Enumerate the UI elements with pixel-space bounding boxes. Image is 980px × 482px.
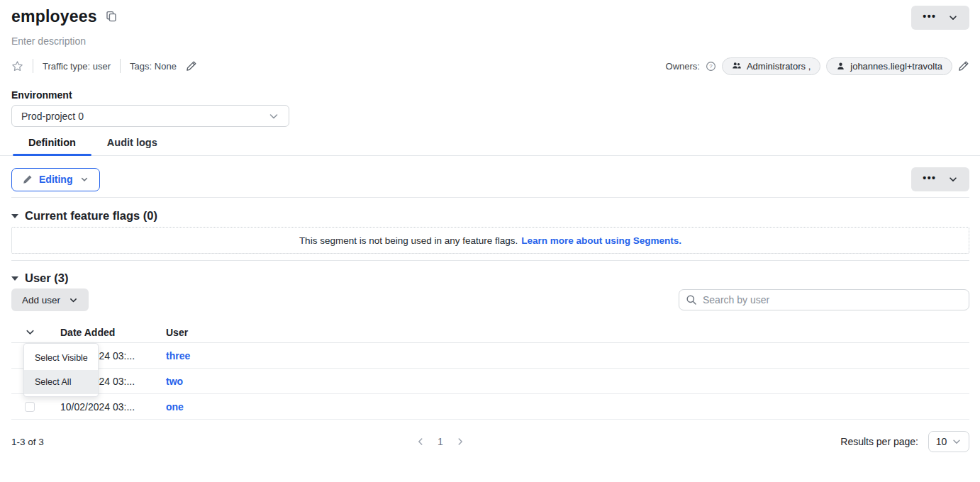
owner-badge-label: Administrators ,: [747, 61, 811, 72]
table-row: 10/02/2024 03:... two: [11, 369, 969, 394]
results-per-page-select[interactable]: 10: [928, 431, 969, 452]
chevron-down-icon[interactable]: [948, 13, 958, 23]
table-row: 10/02/2024 03:... three: [11, 343, 969, 369]
divider: [11, 197, 969, 198]
results-range: 1-3 of 3: [11, 437, 44, 447]
feature-flags-section-title: Current feature flags (0): [25, 209, 157, 223]
owner-badge-label: johannes.liegl+travolta: [850, 61, 942, 72]
caret-down-icon: [11, 276, 18, 281]
divider: [33, 59, 33, 73]
environment-label: Environment: [11, 89, 969, 101]
results-per-page-value: 10: [936, 436, 947, 447]
header: employees •••: [11, 0, 969, 30]
learn-more-link[interactable]: Learn more about using Segments.: [521, 235, 681, 246]
user-link[interactable]: two: [166, 376, 183, 387]
svg-text:?: ?: [709, 63, 713, 69]
help-icon[interactable]: ?: [706, 61, 716, 72]
table-footer: 1-3 of 3 1 Results per page: 10: [11, 430, 969, 454]
description-field[interactable]: Enter description: [11, 35, 969, 47]
date-added-cell: 10/02/2024 03:...: [60, 401, 166, 413]
ellipsis-icon: •••: [923, 11, 936, 24]
results-per-page-label: Results per page:: [840, 436, 918, 447]
chevron-down-icon: [268, 111, 279, 122]
user-link[interactable]: one: [166, 401, 184, 413]
user-section-title: User (3): [25, 271, 68, 285]
edit-tags-icon[interactable]: [186, 60, 197, 72]
user-search: [679, 289, 969, 310]
header-overflow-button[interactable]: •••: [911, 6, 969, 30]
star-icon[interactable]: [11, 60, 23, 72]
divider: [120, 59, 121, 73]
column-header-date-added[interactable]: Date Added: [60, 327, 166, 338]
tab-audit-logs[interactable]: Audit logs: [91, 137, 173, 155]
select-menu-trigger[interactable]: [25, 327, 35, 337]
row-checkbox[interactable]: [25, 402, 35, 412]
person-icon: [836, 62, 845, 71]
chevron-right-icon[interactable]: [455, 437, 465, 447]
page-title: employees: [11, 6, 97, 27]
chevron-down-icon: [80, 175, 89, 184]
definition-toolbar: Editing •••: [11, 167, 969, 191]
edit-icon: [23, 174, 33, 184]
owner-badge-administrators[interactable]: Administrators ,: [722, 57, 820, 75]
environment-selected-value: Prod-project 0: [21, 111, 84, 122]
segment-detail-page: employees ••• Enter description Tr: [0, 0, 980, 482]
search-icon: [686, 294, 697, 306]
meta-row: Traffic type: user Tags: None Owners: ? …: [11, 57, 969, 74]
column-header-user[interactable]: User: [166, 327, 969, 338]
chevron-down-icon: [69, 296, 78, 305]
chevron-down-icon[interactable]: [948, 174, 958, 184]
environment-select[interactable]: Prod-project 0: [11, 105, 289, 127]
copy-icon[interactable]: [106, 11, 117, 22]
edit-owners-icon[interactable]: [958, 60, 969, 72]
divider: [11, 260, 969, 261]
menu-item-select-visible[interactable]: Select Visible: [24, 346, 98, 370]
table-row: 10/02/2024 03:... one: [11, 394, 969, 420]
feature-flags-section-header[interactable]: Current feature flags (0): [11, 209, 157, 223]
owner-badge-user[interactable]: johannes.liegl+travolta: [826, 57, 952, 75]
user-toolbar: Add user: [11, 288, 969, 311]
owners-group: Owners: ? Administrators , johannes.lieg…: [666, 57, 969, 75]
user-section-header[interactable]: User (3): [11, 271, 68, 285]
current-page-number: 1: [438, 436, 443, 447]
table-header-row: Date Added User: [11, 322, 969, 343]
chevron-left-icon[interactable]: [416, 437, 425, 447]
menu-item-select-all[interactable]: Select All: [24, 370, 98, 394]
group-icon: [732, 61, 742, 71]
add-user-button[interactable]: Add user: [11, 288, 89, 311]
search-input[interactable]: [679, 289, 969, 310]
editing-label: Editing: [39, 174, 72, 185]
user-table: Date Added User Select Visible Select Al…: [11, 322, 969, 420]
chevron-down-icon: [952, 437, 962, 447]
select-menu: Select Visible Select All: [23, 343, 99, 397]
add-user-label: Add user: [22, 295, 60, 306]
tab-definition[interactable]: Definition: [13, 137, 91, 155]
tags-label: Tags: None: [130, 61, 177, 72]
definition-overflow-button[interactable]: •••: [911, 167, 969, 191]
feature-flags-empty-state: This segment is not being used in any fe…: [11, 227, 969, 254]
ellipsis-icon: •••: [923, 173, 936, 186]
caret-down-icon: [11, 214, 18, 218]
tab-bar: Definition Audit logs: [0, 137, 980, 156]
editing-button[interactable]: Editing: [11, 168, 100, 191]
owners-label: Owners:: [666, 61, 700, 72]
pagination: 1: [416, 430, 465, 454]
user-link[interactable]: three: [166, 350, 190, 362]
empty-message: This segment is not being used in any fe…: [299, 235, 518, 246]
traffic-type-label: Traffic type: user: [43, 61, 111, 72]
